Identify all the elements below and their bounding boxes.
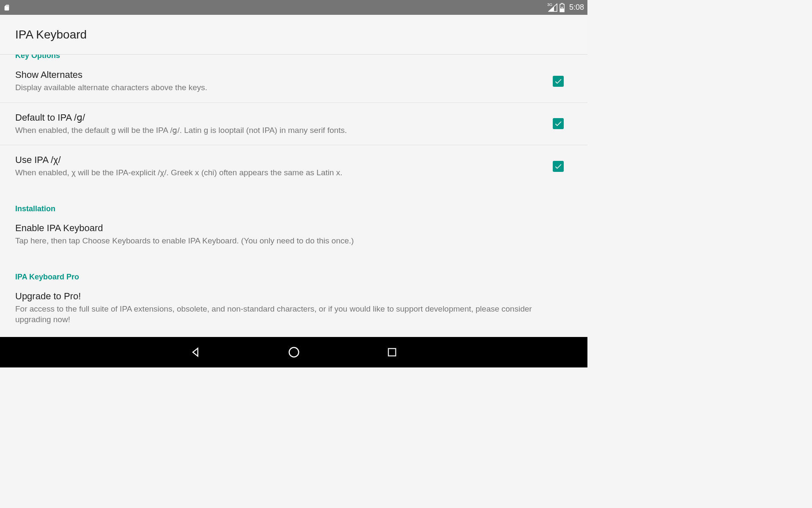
section-header-key-options: Key Options [0, 55, 587, 60]
settings-content[interactable]: Key Options Show Alternates Display avai… [0, 55, 587, 337]
setting-title: Show Alternates [15, 69, 544, 80]
navigation-bar [0, 337, 587, 367]
svg-point-0 [289, 348, 299, 357]
check-icon [554, 77, 562, 86]
status-time: 5:08 [569, 3, 584, 12]
setting-title: Upgrade to Pro! [15, 291, 564, 302]
setting-upgrade-pro[interactable]: Upgrade to Pro! For access to the full s… [0, 282, 587, 334]
signal-icon: 3G [548, 3, 557, 12]
app-bar: IPA Keyboard [0, 15, 587, 55]
status-bar: 3G 5:08 [0, 0, 587, 15]
checkbox-default-g[interactable] [553, 118, 564, 129]
setting-subtitle: When enabled, χ will be the IPA-explicit… [15, 167, 544, 178]
app-title: IPA Keyboard [15, 28, 87, 41]
nav-home-button[interactable] [287, 345, 301, 359]
battery-icon [559, 3, 565, 12]
setting-title: Default to IPA /ɡ/ [15, 112, 544, 123]
setting-show-alternates[interactable]: Show Alternates Display available altern… [0, 60, 587, 102]
setting-use-chi[interactable]: Use IPA /χ/ When enabled, χ will be the … [0, 145, 587, 188]
back-icon [190, 346, 202, 358]
setting-subtitle: Display available alternate characters a… [15, 82, 544, 93]
checkbox-use-chi[interactable] [553, 161, 564, 172]
setting-subtitle: Tap here, then tap Choose Keyboards to e… [15, 235, 564, 246]
nav-back-button[interactable] [189, 345, 203, 359]
svg-rect-1 [388, 348, 395, 356]
setting-title: Enable IPA Keyboard [15, 223, 564, 234]
setting-subtitle: For access to the full suite of IPA exte… [15, 304, 564, 325]
setting-enable-keyboard[interactable]: Enable IPA Keyboard Tap here, then tap C… [0, 213, 587, 256]
setting-title: Use IPA /χ/ [15, 155, 544, 166]
checkbox-show-alternates[interactable] [553, 76, 564, 87]
check-icon [554, 162, 562, 171]
recent-icon [387, 347, 398, 358]
sd-card-icon [3, 3, 10, 12]
section-header-installation: Installation [0, 204, 587, 213]
setting-subtitle: When enabled, the default g will be the … [15, 125, 544, 136]
nav-recent-button[interactable] [385, 345, 399, 359]
section-header-pro: IPA Keyboard Pro [0, 273, 587, 282]
home-icon [288, 346, 300, 359]
setting-default-g[interactable]: Default to IPA /ɡ/ When enabled, the def… [0, 103, 587, 145]
check-icon [554, 119, 562, 128]
